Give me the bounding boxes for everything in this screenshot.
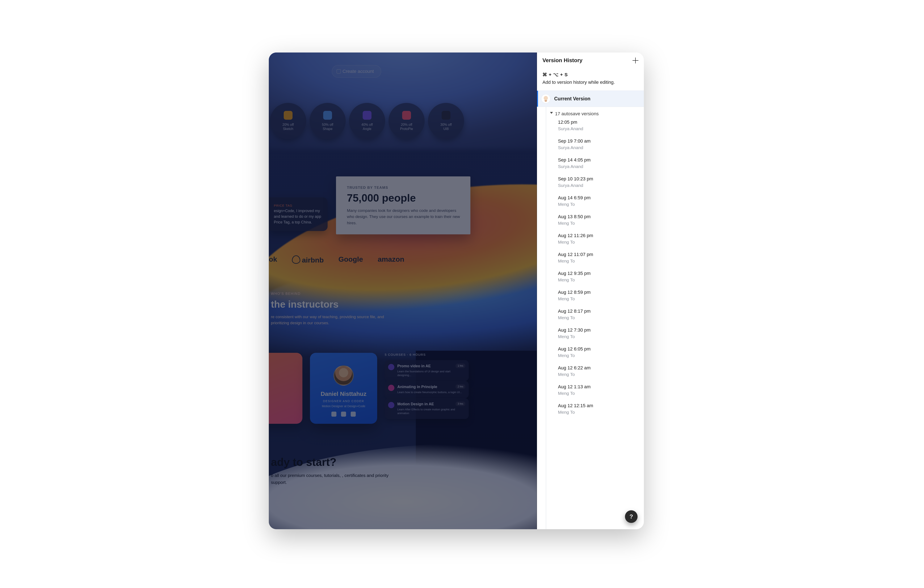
version-row[interactable]: Aug 12 11:07 pmMeng To (558, 252, 639, 264)
lesson-desc: Learn After Effects to create motion gra… (397, 408, 465, 415)
version-time: Aug 12 11:07 pm (558, 252, 639, 257)
version-time: 12:05 pm (558, 119, 639, 125)
version-row[interactable]: Aug 12 7:30 pmMeng To (558, 327, 639, 339)
version-time: Aug 12 8:17 pm (558, 309, 639, 314)
version-history-panel: Version History ⌘ + ⌥ + S Add to version… (537, 53, 644, 529)
version-time: Aug 13 8:50 pm (558, 214, 639, 220)
lesson-badge: 1 hrs (455, 363, 465, 368)
lesson-row[interactable]: Promo video in AELearn the foundations o… (385, 360, 469, 381)
logo-airbnb: airbnb (292, 254, 324, 264)
version-author: Meng To (558, 410, 639, 415)
version-author: Meng To (558, 334, 639, 339)
panel-header: Version History (537, 53, 644, 68)
help-button[interactable]: ? (625, 510, 638, 523)
trusted-eyebrow: TRUSTED BY TEAMS (347, 186, 461, 190)
version-row[interactable]: Aug 12 6:05 pmMeng To (558, 346, 639, 358)
lesson-header: 5 COURSES - 6 HOURS (385, 353, 469, 357)
website-icon[interactable] (332, 411, 337, 417)
version-author: Meng To (558, 391, 639, 396)
promo-line1: 20% off (282, 123, 294, 127)
promo-line2: Angle (363, 127, 371, 131)
shortcut-keys: ⌘ + ⌥ + S (543, 72, 639, 78)
cta-body: o all our premium courses, tutorials, , … (271, 472, 405, 486)
version-time: Aug 12 11:26 pm (558, 233, 639, 238)
promo-chip[interactable]: 40% offAngle (349, 103, 385, 139)
version-author: Surya Anand (558, 145, 639, 150)
app-window: Create account 20% offSketch50% offShape… (269, 53, 644, 529)
version-row[interactable]: Aug 13 8:50 pmMeng To (558, 214, 639, 226)
version-time: Aug 12 9:35 pm (558, 271, 639, 276)
version-time: Sep 19 7:00 am (558, 139, 639, 144)
promo-line2: Shape (323, 127, 332, 131)
version-row[interactable]: Aug 14 6:59 pmMeng To (558, 195, 639, 207)
promo-chip[interactable]: 20% offSketch (270, 103, 306, 139)
instructor-cards: Daniel Nisttahuz DESIGNER AND CODER Moti… (269, 353, 469, 424)
version-row[interactable]: Aug 12 1:13 amMeng To (558, 384, 639, 396)
logo-google: Google (338, 255, 363, 263)
instructors-headline: the instructors (271, 299, 482, 310)
testimonial-card: PRICE TAG esign+Code, I improved my and … (269, 197, 328, 231)
version-list: 12:05 pmSurya AnandSep 19 7:00 amSurya A… (537, 119, 644, 423)
trusted-body: Many companies look for designers who co… (347, 208, 461, 226)
lesson-badge: 3 hrs (455, 401, 465, 406)
timeline-rail (546, 107, 546, 529)
version-row[interactable]: Sep 14 4:05 pmSurya Anand (558, 157, 639, 169)
app-icon (284, 111, 292, 120)
instructor-card-prev[interactable] (269, 353, 302, 424)
logo-row: ok airbnb Google amazon (269, 254, 491, 264)
version-row[interactable]: Aug 12 12:15 amMeng To (558, 403, 639, 415)
version-time: Aug 12 8:59 pm (558, 290, 639, 295)
version-author: Meng To (558, 221, 639, 226)
promo-line1: 20% off (401, 123, 412, 127)
avatar-icon (541, 94, 550, 103)
twitter-icon[interactable] (351, 411, 356, 417)
logo-amazon: amazon (378, 255, 404, 263)
lesson-title: Promo video in AE (397, 364, 465, 368)
avatar (333, 365, 354, 386)
version-scroller[interactable]: 17 autosave versions 12:05 pmSurya Anand… (537, 107, 644, 529)
design-canvas[interactable]: Create account 20% offSketch50% offShape… (269, 53, 537, 529)
panel-title: Version History (543, 57, 582, 64)
version-author: Meng To (558, 296, 639, 301)
app-icon (402, 111, 411, 120)
version-time: Aug 12 6:05 pm (558, 346, 639, 352)
lesson-desc: Learn how to create Neumorphic buttons, … (397, 390, 465, 394)
version-row[interactable]: Aug 12 6:22 amMeng To (558, 365, 639, 377)
create-account-label: Create account (343, 69, 374, 74)
create-account-button[interactable]: Create account (332, 65, 381, 78)
version-author: Meng To (558, 277, 639, 282)
promo-line2: ProtoPie (400, 127, 413, 131)
version-row[interactable]: Aug 12 8:59 pmMeng To (558, 290, 639, 301)
promo-chip[interactable]: 20% offProtoPie (388, 103, 425, 139)
version-author: Meng To (558, 372, 639, 377)
panel-tip: ⌘ + ⌥ + S Add to version history while e… (537, 68, 644, 91)
lesson-badge: 2 hrs (455, 384, 465, 389)
autosave-group-toggle[interactable]: 17 autosave versions (537, 107, 644, 119)
autosave-count: 17 autosave versions (555, 111, 599, 116)
lesson-row[interactable]: Motion Design in AELearn After Effects t… (385, 398, 469, 419)
dribbble-icon[interactable] (341, 411, 346, 417)
version-row[interactable]: Aug 12 9:35 pmMeng To (558, 271, 639, 282)
version-row[interactable]: 12:05 pmSurya Anand (558, 119, 639, 131)
add-version-button[interactable] (632, 58, 639, 63)
testimonial-label: PRICE TAG (274, 203, 323, 208)
app-icon (363, 111, 371, 120)
current-version-row[interactable]: Current Version (537, 91, 644, 107)
instructor-bio: Motion Designer at Design+Code (322, 405, 365, 408)
version-row[interactable]: Aug 12 8:17 pmMeng To (558, 309, 639, 320)
testimonial-body: esign+Code, I improved my and learned to… (274, 208, 323, 225)
promo-chip[interactable]: 30% offUI8 (428, 103, 464, 139)
trusted-card: TRUSTED BY TEAMS 75,000 people Many comp… (336, 177, 470, 235)
version-row[interactable]: Sep 10 10:23 pmSurya Anand (558, 176, 639, 188)
shortcut-tip: Add to version history while editing. (543, 79, 639, 85)
version-author: Surya Anand (558, 126, 639, 131)
version-time: Sep 10 10:23 pm (558, 176, 639, 182)
version-row[interactable]: Sep 19 7:00 amSurya Anand (558, 139, 639, 150)
lesson-row[interactable]: Animating in PrincipleLearn how to creat… (385, 381, 469, 398)
cta-headline: ady to start? (271, 456, 482, 468)
version-row[interactable]: Aug 12 11:26 pmMeng To (558, 233, 639, 244)
version-author: Meng To (558, 239, 639, 244)
instructor-card[interactable]: Daniel Nisttahuz DESIGNER AND CODER Moti… (310, 353, 377, 424)
instructors-body: re consistent with our way of teaching, … (271, 314, 401, 326)
promo-chip[interactable]: 50% offShape (310, 103, 346, 139)
